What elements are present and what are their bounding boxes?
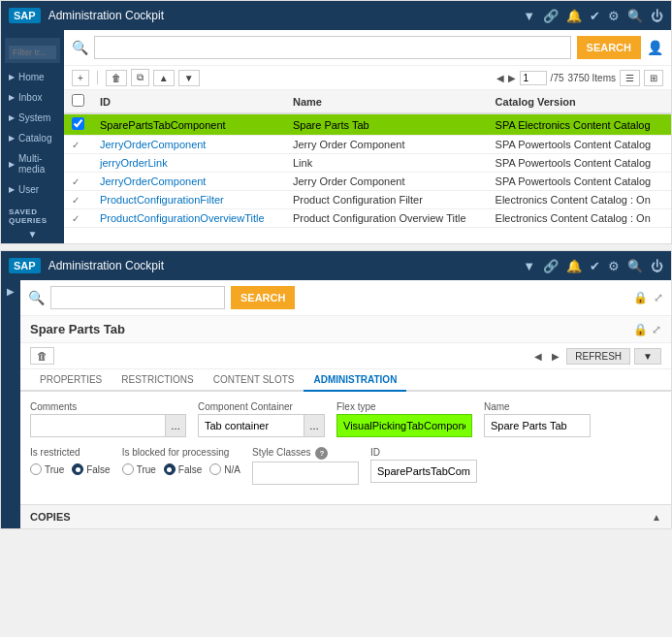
is-blocked-na[interactable]: N/A	[209, 463, 240, 475]
bottom-check-icon[interactable]: ✔	[590, 259, 600, 273]
row-id-link[interactable]: JerryOrderComponent	[100, 175, 206, 187]
col-checkbox	[64, 90, 92, 113]
header-search-icon[interactable]: 🔍	[627, 9, 643, 23]
is-blocked-label: Is blocked for processing	[122, 447, 240, 458]
is-blocked-false-label: False	[178, 464, 202, 475]
sidebar-item-catalog[interactable]: ▶ Catalog	[1, 128, 64, 148]
tab-administration[interactable]: ADMINISTRATION	[304, 369, 406, 392]
sidebar-item-system[interactable]: ▶ System	[1, 108, 64, 128]
top-search-button[interactable]: SEARCH	[577, 36, 641, 59]
is-restricted-true[interactable]: True	[30, 463, 64, 475]
row-id-link[interactable]: JerryOrderComponent	[100, 139, 206, 150]
style-classes-input[interactable]	[252, 462, 359, 485]
sidebar-item-inbox[interactable]: ▶ Inbox	[1, 87, 64, 108]
detail-expand-icon[interactable]: ⤢	[652, 323, 661, 336]
comments-input[interactable]	[30, 414, 166, 437]
bottom-power-icon[interactable]: ⏻	[651, 259, 663, 273]
row-checkmark-icon: ✓	[72, 195, 80, 206]
is-blocked-true[interactable]: True	[122, 463, 156, 475]
table-row[interactable]: ✓ JerryOrderComponent Jerry Order Compon…	[64, 173, 671, 191]
row-checkbox[interactable]	[72, 117, 84, 130]
page-number-input[interactable]	[520, 71, 547, 85]
is-blocked-true-radio[interactable]	[122, 463, 134, 475]
row-checkbox-cell	[64, 113, 92, 136]
row-id-link[interactable]: ProductConfigurationOverviewTitle	[100, 212, 265, 224]
delete-button[interactable]: 🗑	[106, 70, 127, 86]
sidebar-inbox-label: Inbox	[18, 92, 42, 103]
table-row[interactable]: ✓ ProductConfigurationOverviewTitle Prod…	[64, 209, 671, 228]
row-id-link[interactable]: ProductConfigurationFilter	[100, 194, 224, 206]
style-classes-help-icon[interactable]: ?	[315, 447, 328, 460]
component-container-input[interactable]	[198, 414, 304, 437]
copies-expand-icon[interactable]: ▲	[652, 512, 661, 523]
top-user-icon[interactable]: 👤	[647, 40, 663, 55]
is-blocked-false[interactable]: False	[164, 463, 202, 475]
id-input[interactable]	[370, 460, 477, 483]
table-row[interactable]: ✓ ProductConfigurationFilter Product Con…	[64, 191, 671, 209]
filter-input[interactable]	[9, 46, 56, 59]
bottom-sidebar-arrow[interactable]: ▶	[5, 284, 16, 299]
header-power-icon[interactable]: ⏻	[651, 9, 663, 23]
detail-prev-button[interactable]: ◀	[531, 349, 545, 364]
detail-lock-icon[interactable]: 🔒	[633, 323, 648, 336]
true-label: True	[45, 464, 64, 475]
table-row[interactable]: jerryOrderLink Link SPA Powertools Conte…	[64, 154, 671, 173]
sidebar-item-user[interactable]: ▶ User	[1, 179, 64, 200]
copies-section: COPIES ▲	[20, 504, 671, 528]
bottom-main-content: ▶ 🔍 SEARCH 🔒 ⤢ Spare Parts Tab 🔒 ⤢	[1, 280, 671, 528]
sidebar-item-home[interactable]: ▶ Home	[1, 67, 64, 87]
is-blocked-false-radio[interactable]	[164, 463, 176, 475]
row-id-link[interactable]: jerryOrderLink	[100, 157, 168, 169]
top-search-input[interactable]	[94, 36, 571, 59]
name-input[interactable]	[484, 414, 591, 437]
tab-properties[interactable]: PROPERTIES	[30, 369, 112, 392]
bottom-search-input[interactable]	[50, 286, 225, 309]
bottom-link-icon[interactable]: 🔗	[543, 259, 559, 273]
header-link-icon[interactable]: 🔗	[543, 9, 559, 23]
detail-more-button[interactable]: ▼	[634, 348, 661, 365]
row-catalog-cell: Electronics Content Catalog : On	[488, 209, 671, 228]
row-id-link[interactable]: SparePartsTabComponent	[100, 119, 226, 131]
flex-type-label: Flex type	[336, 401, 472, 412]
detail-delete-button[interactable]: 🗑	[30, 347, 54, 365]
component-container-ellipsis-button[interactable]: …	[304, 414, 325, 437]
bottom-sap-logo: SAP	[9, 258, 41, 273]
down-button[interactable]: ▼	[178, 70, 200, 86]
tab-restrictions[interactable]: RESTRICTIONS	[112, 369, 203, 392]
results-table: ID Name Catalog Version SparePartsTabCom…	[64, 90, 671, 228]
header-check-icon[interactable]: ✔	[590, 9, 600, 23]
header-bell-icon[interactable]: 🔔	[566, 9, 582, 23]
comments-ellipsis-button[interactable]: …	[166, 414, 186, 437]
table-row[interactable]: ✓ JerryOrderComponent Jerry Order Compon…	[64, 136, 671, 154]
saved-queries-arrow[interactable]: ▼	[1, 227, 64, 241]
is-blocked-na-radio[interactable]	[209, 463, 221, 475]
flex-type-input[interactable]	[336, 414, 472, 437]
detail-next-button[interactable]: ▶	[549, 349, 562, 364]
row-checkbox-cell: ✓	[64, 191, 92, 209]
add-button[interactable]: +	[72, 70, 89, 86]
page-prev-icon[interactable]: ◀	[496, 73, 504, 83]
view-grid-button[interactable]: ⊞	[644, 70, 663, 86]
is-restricted-true-radio[interactable]	[30, 463, 42, 475]
lock-icon[interactable]: 🔒	[633, 291, 648, 304]
row-catalog-cell: SPA Powertools Content Catalog	[488, 173, 671, 191]
is-restricted-false[interactable]: False	[72, 463, 110, 475]
sidebar-item-multimedia[interactable]: ▶ Multi-media	[1, 148, 64, 179]
page-next-icon[interactable]: ▶	[508, 73, 516, 83]
header-gear-icon[interactable]: ⚙	[608, 9, 620, 23]
bottom-search-icon[interactable]: 🔍	[627, 259, 643, 273]
view-list-button[interactable]: ☰	[620, 70, 640, 86]
expand-icon[interactable]: ⤢	[654, 291, 663, 304]
bottom-gear-icon[interactable]: ⚙	[608, 259, 620, 273]
is-restricted-false-radio[interactable]	[72, 463, 83, 475]
tab-content-slots[interactable]: CONTENT SLOTS	[204, 369, 304, 392]
sidebar-home-label: Home	[18, 72, 45, 82]
select-all-checkbox[interactable]	[72, 94, 84, 107]
copy-button[interactable]: ⧉	[131, 69, 149, 86]
field-flex-type: Flex type	[336, 401, 472, 437]
table-row[interactable]: SparePartsTabComponent Spare Parts Tab S…	[64, 113, 671, 136]
bottom-bell-icon[interactable]: 🔔	[566, 259, 582, 273]
up-button[interactable]: ▲	[153, 70, 175, 86]
bottom-search-button[interactable]: SEARCH	[231, 286, 295, 309]
detail-refresh-button[interactable]: REFRESH	[566, 348, 630, 365]
